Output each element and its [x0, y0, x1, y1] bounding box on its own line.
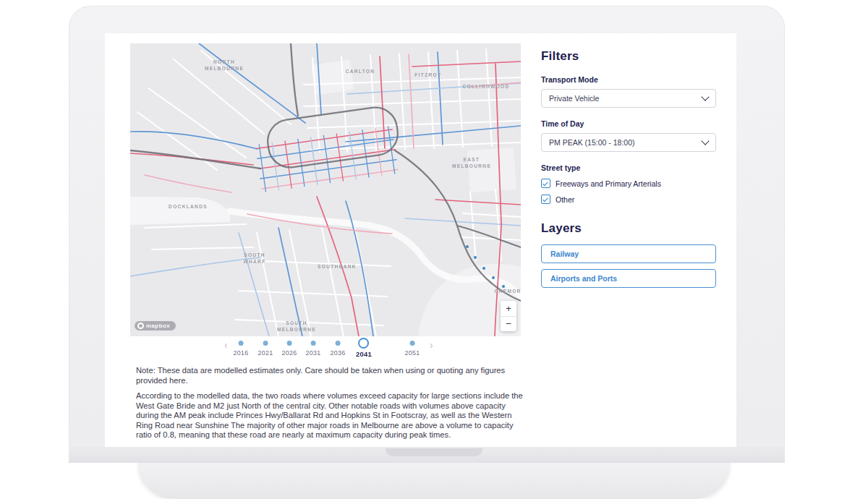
transport-mode-label: Transport Mode [541, 75, 716, 84]
timeline-year-label: 2026 [282, 349, 297, 357]
notes-section: Note: These data are modelled estimates … [136, 366, 524, 447]
chevron-down-icon [701, 93, 709, 101]
mapbox-icon [137, 323, 144, 329]
timeline-year-label: 2021 [258, 349, 273, 357]
mapbox-logo[interactable]: mapbox [135, 321, 176, 330]
timeline-dot [335, 341, 340, 346]
layers-title: Layers [541, 221, 716, 236]
timeline-year-2021[interactable]: 2021 [258, 337, 273, 357]
checkbox-row-freeways[interactable]: Freeways and Primary Arterials [541, 179, 716, 188]
transport-mode-value: Private Vehicle [549, 94, 599, 103]
zoom-in-button[interactable]: + [501, 301, 516, 316]
timeline-year-2026[interactable]: 2026 [282, 337, 297, 357]
laptop-base-notch [386, 448, 482, 456]
timeline-year-2041-selected[interactable]: 2041 [356, 337, 372, 358]
check-icon [542, 180, 548, 186]
timeline-dot [286, 341, 292, 346]
timeline-year-label: 2016 [234, 349, 249, 357]
timeline-dot [310, 341, 315, 346]
note-source: Source: Victoria's Integrated Transport … [136, 446, 524, 448]
transport-mode-select[interactable]: Private Vehicle [541, 89, 716, 108]
time-of-day-select[interactable]: PM PEAK (15:00 - 18:00) [541, 133, 716, 152]
checkbox-label-freeways: Freeways and Primary Arterials [556, 179, 661, 188]
filters-title: Filters [541, 49, 716, 64]
timeline-dot [409, 341, 414, 346]
timeline-year-2036[interactable]: 2036 [331, 337, 346, 357]
map-zoom-control: + − [501, 301, 516, 331]
note-disclaimer: Note: These data are modelled estimates … [136, 366, 524, 385]
timeline-year-2031[interactable]: 2031 [306, 337, 321, 357]
checkbox-icon [541, 195, 550, 204]
checkbox-row-other[interactable]: Other [541, 195, 716, 204]
check-icon [542, 196, 548, 202]
map-label: DOCKLANDS [169, 204, 208, 209]
chevron-down-icon [701, 137, 709, 145]
timeline-dot-selected [359, 338, 370, 349]
note-body: According to the modelled data, the two … [136, 391, 524, 440]
timeline-year-label: 2051 [405, 349, 420, 357]
timeline-year-label: 2036 [331, 349, 346, 357]
timeline-year-label: 2041 [356, 350, 372, 358]
checkbox-label-other: Other [556, 195, 574, 204]
layer-railway-button[interactable]: Railway [541, 244, 716, 263]
map-label: COLLINGWOOD [462, 84, 509, 89]
zoom-out-button[interactable]: − [501, 316, 516, 331]
timeline-year-2051[interactable]: 2051 [405, 337, 420, 357]
map-label: FITZROY [414, 72, 441, 77]
street-type-label: Street type [541, 163, 716, 172]
time-of-day-value: PM PEAK (15:00 - 18:00) [549, 138, 634, 147]
timeline-year-label: 2031 [306, 349, 321, 357]
map-label: CREMORNE [495, 289, 521, 294]
timeline: ‹ › 2016 2021 2026 2031 2036 [105, 337, 548, 366]
map-canvas: NORTHMELBOURNE CARLTON FITZROY COLLINGWO… [130, 43, 521, 336]
timeline-year-2016[interactable]: 2016 [234, 337, 249, 357]
map-label: SOUTHBANK [318, 264, 357, 269]
time-of-day-label: Time of Day [541, 119, 716, 128]
layer-airports-ports-button[interactable]: Airports and Ports [541, 269, 716, 288]
timeline-dot [263, 341, 268, 346]
timeline-next-button[interactable]: › [430, 340, 433, 350]
checkbox-icon [541, 179, 550, 188]
laptop-base [137, 463, 731, 499]
timeline-prev-button[interactable]: ‹ [224, 340, 228, 350]
timeline-dot [238, 341, 243, 346]
app-screen: NORTHMELBOURNE CARLTON FITZROY COLLINGWO… [105, 33, 736, 447]
map[interactable]: NORTHMELBOURNE CARLTON FITZROY COLLINGWO… [130, 43, 521, 336]
filters-panel: Filters Transport Mode Private Vehicle T… [541, 49, 716, 288]
mapbox-wordmark: mapbox [146, 323, 170, 329]
map-label: CARLTON [346, 69, 375, 74]
